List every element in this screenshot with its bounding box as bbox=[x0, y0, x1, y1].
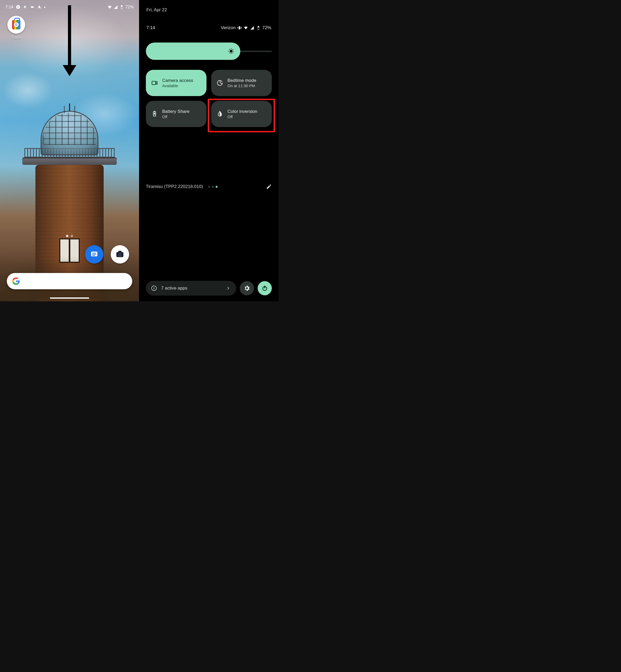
messages-icon bbox=[89, 250, 99, 259]
battery-share-icon bbox=[151, 111, 158, 117]
wifi-icon bbox=[107, 5, 112, 9]
tile-bedtime-mode[interactable]: Bedtime mode On at 11:30 PM bbox=[211, 70, 272, 96]
qs-status-bar: 7:14 Verizon 72% bbox=[146, 12, 272, 31]
power-icon bbox=[261, 285, 268, 292]
doordash-icon bbox=[30, 5, 35, 9]
svg-rect-14 bbox=[154, 111, 155, 112]
info-icon bbox=[151, 285, 157, 291]
svg-rect-19 bbox=[264, 286, 265, 288]
messenger-icon bbox=[16, 5, 20, 9]
gear-icon bbox=[244, 285, 250, 292]
tile-color-inversion[interactable]: Color inversion Off bbox=[211, 101, 272, 127]
page-dots bbox=[208, 186, 217, 188]
tile-subtitle: Off bbox=[162, 114, 190, 119]
qs-status-carrier: Verizon bbox=[221, 25, 236, 31]
tile-subtitle: Off bbox=[227, 114, 257, 119]
svg-rect-16 bbox=[154, 288, 154, 289]
tile-subtitle: Available bbox=[162, 83, 193, 88]
battery-icon bbox=[119, 5, 124, 9]
svg-rect-17 bbox=[154, 287, 154, 287]
qs-footer: 7 active apps bbox=[146, 281, 272, 295]
qs-status-battery-pct: 72% bbox=[262, 25, 271, 31]
vibrate-icon bbox=[237, 26, 242, 30]
page-indicator bbox=[66, 235, 73, 237]
active-apps-chip[interactable]: 7 active apps bbox=[146, 281, 236, 295]
power-button[interactable] bbox=[258, 281, 272, 295]
build-text: Tiramisu (TPP2.220218.010) bbox=[146, 184, 203, 189]
camera-access-icon bbox=[151, 80, 158, 86]
google-search-bar[interactable] bbox=[7, 273, 132, 289]
home-screen: 7:14 72% G Travel bbox=[0, 0, 139, 301]
cell-signal-icon bbox=[113, 5, 118, 9]
svg-point-9 bbox=[230, 50, 233, 53]
qs-date: Fri, Apr 22 bbox=[146, 0, 272, 12]
wifi-icon bbox=[244, 26, 248, 30]
pencil-icon bbox=[266, 184, 272, 190]
dock bbox=[0, 245, 139, 264]
cell-signal-icon bbox=[250, 26, 254, 30]
camera-icon bbox=[115, 250, 125, 259]
more-notifications-dot bbox=[44, 7, 45, 8]
tile-camera-access[interactable]: Camera access Available bbox=[146, 70, 206, 96]
tile-title: Color inversion bbox=[227, 109, 257, 114]
tile-title: Bedtime mode bbox=[227, 78, 256, 83]
app-travel[interactable]: G Travel bbox=[7, 16, 25, 40]
svg-point-11 bbox=[221, 81, 221, 81]
google-logo-icon bbox=[12, 277, 20, 285]
edit-tiles-button[interactable] bbox=[266, 184, 272, 190]
chevron-right-icon bbox=[225, 286, 231, 291]
tile-title: Battery Share bbox=[162, 109, 190, 114]
wallpaper-dome bbox=[41, 111, 98, 155]
suitcase-icon: G bbox=[12, 20, 20, 29]
qs-tiles: Camera access Available Bedtime mode On … bbox=[146, 70, 272, 127]
status-bar: 7:14 72% bbox=[0, 0, 139, 11]
svg-rect-3 bbox=[92, 255, 95, 256]
app-messages[interactable] bbox=[85, 245, 104, 264]
battery-icon bbox=[256, 26, 261, 30]
svg-rect-10 bbox=[152, 81, 156, 85]
swipe-down-annotation bbox=[66, 5, 74, 76]
status-battery-pct: 72% bbox=[125, 5, 134, 9]
bedtime-icon bbox=[216, 80, 223, 86]
svg-point-7 bbox=[119, 253, 121, 255]
svg-rect-1 bbox=[92, 253, 96, 253]
svg-rect-8 bbox=[239, 26, 240, 29]
tile-battery-share[interactable]: Battery Share Off bbox=[146, 101, 206, 127]
nav-arrow-icon bbox=[37, 5, 42, 9]
tile-title: Camera access bbox=[162, 78, 193, 83]
wallpaper-balcony bbox=[22, 158, 117, 165]
svg-point-12 bbox=[222, 82, 222, 82]
settings-button[interactable] bbox=[240, 281, 254, 295]
brightness-icon bbox=[228, 48, 235, 54]
tile-subtitle: On at 11:30 PM bbox=[227, 83, 256, 88]
quick-settings-panel: Fri, Apr 22 7:14 Verizon 72% Camera acce… bbox=[139, 0, 279, 301]
svg-rect-2 bbox=[92, 254, 96, 254]
slack-icon bbox=[23, 5, 28, 9]
gesture-bar[interactable] bbox=[50, 298, 89, 299]
app-camera[interactable] bbox=[111, 245, 129, 264]
color-inversion-icon bbox=[216, 111, 223, 117]
svg-rect-5 bbox=[118, 251, 121, 252]
app-travel-label: Travel bbox=[7, 35, 25, 40]
status-time: 7:14 bbox=[5, 5, 13, 9]
brightness-slider[interactable] bbox=[146, 42, 272, 60]
build-row: Tiramisu (TPP2.220218.010) bbox=[146, 184, 272, 190]
active-apps-label: 7 active apps bbox=[161, 286, 187, 291]
qs-status-time: 7:14 bbox=[147, 25, 155, 31]
